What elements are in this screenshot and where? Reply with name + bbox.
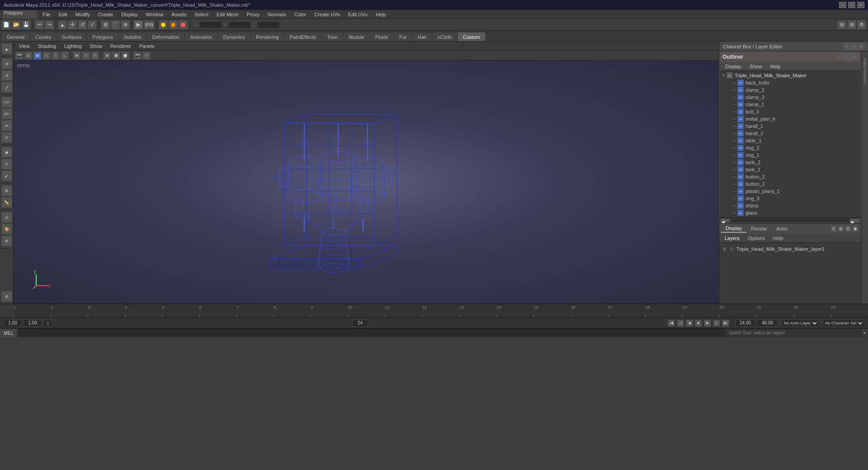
vp-res-btn[interactable]: ▣ (73, 52, 81, 60)
vp-menu-renderer[interactable]: Renderer (107, 42, 135, 50)
ep-tool-btn[interactable]: EP (1, 108, 12, 119)
menu-create[interactable]: Create (94, 11, 117, 18)
pb-stop[interactable]: ■ (695, 320, 702, 327)
cb-stab-layers[interactable]: Layers (721, 235, 743, 242)
paint-sel-btn[interactable]: 🖌 (1, 170, 12, 181)
outliner-item-clamp_2[interactable]: — M clamp_2 (720, 86, 860, 94)
menu-edit-uvs[interactable]: Edit UVs (344, 11, 371, 18)
poly-sel-btn[interactable]: ▣ (1, 147, 12, 158)
root-toggle[interactable]: ▼ (722, 73, 726, 78)
outliner-item-handl_2[interactable]: — M handl_2 (720, 130, 860, 137)
vp-tex-btn[interactable]: T (52, 52, 60, 60)
y-field[interactable] (228, 21, 251, 28)
outliner-hscroll-left[interactable]: ◀ (721, 219, 730, 222)
tab-hair[interactable]: Hair (413, 33, 432, 41)
tab-dynamics[interactable]: Dynamics (218, 33, 250, 41)
menu-create-uvs[interactable]: Create UVs (311, 11, 344, 18)
outliner-item-plastic_plans_1[interactable]: — M plastic_plans_1 (720, 188, 860, 195)
anim-start-field[interactable] (735, 320, 755, 327)
rotate-tool-btn[interactable]: ↺ (1, 70, 12, 81)
cv-tool-btn[interactable]: CV (1, 97, 12, 108)
vp-menu-shading[interactable]: Shading (34, 42, 60, 50)
vp-screenshot-btn[interactable]: 📷 (133, 52, 142, 60)
artisan-btn[interactable]: 🎨 (1, 224, 12, 235)
toolbar-undo[interactable]: ↩ (35, 20, 44, 29)
toolbar-light1[interactable] (159, 20, 168, 29)
x-field[interactable] (199, 21, 222, 28)
outliner-item-root[interactable]: ▼ G Triple_Head_Milk_Shake_Maker (720, 72, 860, 79)
outliner-hscrollbar[interactable]: ◀ ▶ (720, 217, 860, 223)
cb-tab-display[interactable]: Display (721, 225, 746, 233)
menu-display[interactable]: Display (118, 11, 141, 18)
tab-painteffects[interactable]: PaintEffects (285, 33, 321, 41)
rp-minimize[interactable]: − (844, 43, 850, 50)
toolbar-open[interactable]: 📂 (12, 20, 21, 29)
pencil-tool-btn[interactable]: ✏ (1, 120, 12, 131)
outliner-menu-show[interactable]: Show (746, 63, 766, 70)
select-tool-btn[interactable]: ▲ (1, 43, 12, 54)
menu-normals[interactable]: Normals (264, 11, 290, 18)
layer-row[interactable]: V /| Triple_Head_Milk_Shake_Maker_layer1 (721, 244, 859, 254)
tab-curves[interactable]: Curves (30, 33, 56, 41)
status-scroll[interactable]: ▼ (861, 329, 868, 337)
cb-tab-render[interactable]: Render (746, 225, 772, 232)
rp-close[interactable]: × (858, 43, 864, 50)
vp-grid-btn[interactable]: ⊞ (24, 52, 33, 60)
menu-file[interactable]: File (39, 11, 54, 18)
measure-btn[interactable]: 📏 (1, 197, 12, 208)
pb-skip-start[interactable]: |◀ (668, 320, 675, 327)
close-button[interactable]: × (857, 2, 864, 8)
rp-maximize[interactable]: □ (851, 43, 857, 50)
toolbar-settings[interactable]: ⚙ (857, 20, 866, 29)
menu-window[interactable]: Window (142, 11, 167, 18)
toolbar-snap-grid[interactable]: ⊞ (101, 20, 110, 29)
move-tool-btn[interactable]: ✛ (1, 58, 12, 69)
scale-tool-btn[interactable]: ⤢ (1, 82, 12, 93)
outliner-item-tank_2[interactable]: — M tank_2 (720, 159, 860, 166)
vp-light-btn[interactable]: L (61, 52, 69, 60)
outliner-item-back_bolts[interactable]: — M back_bolts (720, 79, 860, 86)
outliner-item-bolt_3[interactable]: — M bolt_3 (720, 108, 860, 115)
outliner-item-handl_1[interactable]: — M handl_1 (720, 122, 860, 130)
toolbar-snap-point[interactable]: ⊕ (121, 20, 130, 29)
current-frame-marker[interactable]: 1 (43, 320, 52, 327)
toolbar-redo[interactable]: ↪ (45, 20, 54, 29)
vp-wire-btn[interactable]: W (33, 52, 42, 60)
soft-sel-btn[interactable]: ◎ (1, 212, 12, 223)
menu-modify[interactable]: Modify (72, 11, 94, 18)
cb-icon4[interactable]: ◉ (852, 225, 859, 232)
anim-layer-select[interactable]: No Anim Layer (782, 320, 819, 327)
outliner-item-ring_2[interactable]: — M ring_2 (720, 144, 860, 151)
outliner-minimize[interactable]: − (837, 54, 843, 60)
outliner-content[interactable]: ▼ G Triple_Head_Milk_Shake_Maker — M bac… (720, 71, 860, 217)
vp-col3-btn[interactable] (121, 52, 129, 60)
menu-edit-mesh[interactable]: Edit Mesh (213, 11, 242, 18)
outliner-item-button_2[interactable]: — M button_2 (720, 173, 860, 180)
char-set-select[interactable]: No Character Set (823, 320, 864, 327)
cb-icon1[interactable]: ⊡ (830, 225, 837, 232)
vp-menu-lighting[interactable]: Lighting (61, 42, 85, 50)
sculpt-btn[interactable]: ⊛ (1, 235, 12, 246)
outliner-item-glass[interactable]: — M glass (720, 209, 860, 216)
vp-col1-btn[interactable] (103, 52, 111, 60)
vp-manip-btn[interactable]: ⊡ (82, 52, 90, 60)
timeline-ruler[interactable]: 1234567891011121314151617181920212223 (14, 304, 868, 317)
toolbar-ipr[interactable]: IPR (144, 20, 155, 29)
outliner-item-lable_1[interactable]: — M lable_1 (720, 137, 860, 144)
menu-edit[interactable]: Edit (55, 11, 71, 18)
outliner-item-button_1[interactable]: — M button_1 (720, 180, 860, 188)
vp-isolate-btn[interactable]: ⊙ (142, 52, 151, 60)
toolbar-layout2[interactable]: ⊞ (847, 20, 856, 29)
toolbar-snap-curve[interactable]: ⌒ (111, 20, 120, 29)
anim-end-field[interactable] (757, 320, 778, 327)
tab-fluids[interactable]: Fluids (370, 33, 393, 41)
vp-menu-panels[interactable]: Panels (136, 42, 158, 50)
minimize-button[interactable]: − (839, 2, 846, 8)
toolbar-scale[interactable]: ⤢ (88, 20, 97, 29)
extrude-tool-btn[interactable]: ⊡ (1, 132, 12, 143)
pb-play-fwd[interactable]: ▶ (704, 320, 711, 327)
tab-fur[interactable]: Fur (394, 33, 412, 41)
viewport-canvas[interactable]: x y persp (14, 61, 719, 304)
pb-step-back[interactable]: ◁ (677, 320, 684, 327)
tab-polygons[interactable]: Polygons (87, 33, 118, 41)
